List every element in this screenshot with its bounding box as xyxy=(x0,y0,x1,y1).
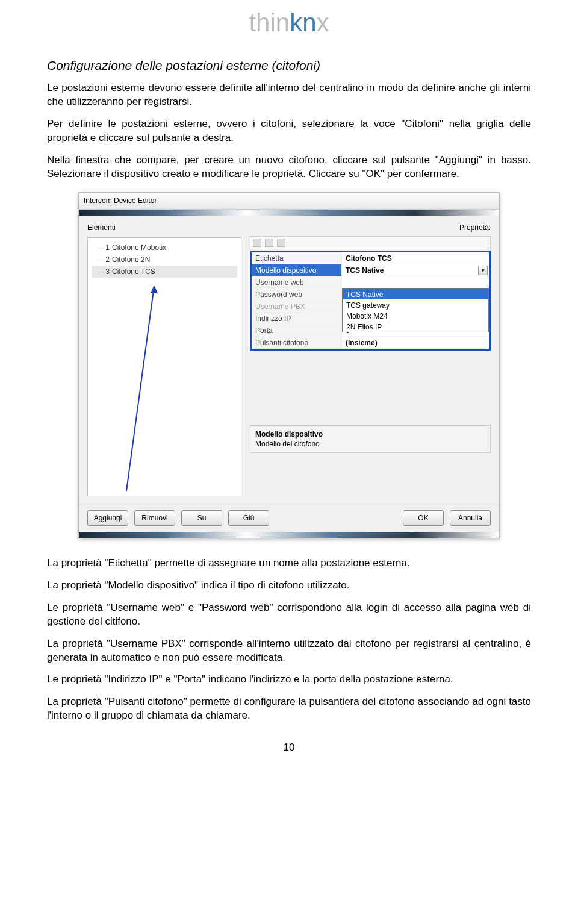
property-label: Pulsanti citofono xyxy=(252,337,342,349)
property-value-text: TCS Native xyxy=(346,266,384,275)
logo-part2: kn xyxy=(290,8,316,37)
paragraph: La proprietà "Modello dispositivo" indic… xyxy=(47,579,531,593)
dropdown-option[interactable]: TCS gateway xyxy=(343,299,488,310)
properties-toolbar xyxy=(250,236,491,249)
property-value[interactable]: (Insieme) xyxy=(342,337,489,349)
paragraph: Le proprietà "Indirizzo IP" e "Porta" in… xyxy=(47,673,531,687)
tree-item[interactable]: 2-Citofono 2N xyxy=(92,254,237,266)
dropdown-list[interactable]: TCS Native TCS gateway Mobotix M24 2N El… xyxy=(342,288,489,332)
property-value[interactable]: TCS Native ▾ xyxy=(342,264,489,276)
property-label: Modello dispositivo xyxy=(252,264,342,276)
property-row-selected[interactable]: Modello dispositivo TCS Native ▾ xyxy=(252,264,489,276)
description-title: Modello dispositivo xyxy=(255,429,485,439)
property-label-disabled: Username PBX xyxy=(252,301,342,313)
description-text: Modello del citofono xyxy=(255,439,485,449)
remove-button[interactable]: Rimuovi xyxy=(134,510,175,526)
sort-icon[interactable] xyxy=(265,239,273,247)
property-value[interactable]: Citofono TCS xyxy=(342,252,489,264)
paragraph: La proprietà "Pulsanti citofono" permett… xyxy=(47,695,531,723)
svg-line-0 xyxy=(126,286,154,491)
property-label: Indirizzo IP xyxy=(252,313,342,325)
elements-label: Elementi xyxy=(87,223,241,233)
decorative-bar xyxy=(79,210,499,216)
paragraph: Per definire le postazioni esterne, ovve… xyxy=(47,117,531,145)
property-label: Username web xyxy=(252,276,342,289)
move-up-button[interactable]: Su xyxy=(181,510,222,526)
paragraph: La proprietà "Username PBX" corrisponde … xyxy=(47,637,531,665)
move-down-button[interactable]: Giù xyxy=(228,510,269,526)
dropdown-option[interactable]: 2N Elios IP xyxy=(343,321,488,332)
paragraph: Le postazioni esterne devono essere defi… xyxy=(47,81,531,109)
dropdown-toggle-icon[interactable]: ▾ xyxy=(478,266,488,275)
page-number: 10 xyxy=(47,741,531,755)
paragraph: La proprietà "Etichetta" permette di ass… xyxy=(47,557,531,570)
section-title: Configurazione delle postazioni esterne … xyxy=(47,57,531,74)
property-label: Porta xyxy=(252,325,342,337)
property-row[interactable]: Username web xyxy=(252,276,489,289)
svg-marker-1 xyxy=(151,286,158,293)
dropdown-option-selected[interactable]: TCS Native xyxy=(343,289,488,299)
paragraph: Nella finestra che compare, per creare u… xyxy=(47,154,531,181)
property-value[interactable] xyxy=(342,276,489,289)
properties-label: Proprietà: xyxy=(250,223,491,233)
dialog-titlebar: Intercom Device Editor xyxy=(79,193,499,210)
property-row[interactable]: Pulsanti citofono (Insieme) xyxy=(252,337,489,349)
property-description: Modello dispositivo Modello del citofono xyxy=(250,425,491,453)
cancel-button[interactable]: Annulla xyxy=(450,510,491,526)
dropdown-option[interactable]: Mobotix M24 xyxy=(343,310,488,321)
brand-logo: thinknx xyxy=(47,6,531,40)
decorative-bar xyxy=(79,532,499,538)
paragraph: Le proprietà "Username web" e "Password … xyxy=(47,601,531,629)
logo-part3: x xyxy=(317,8,329,37)
tree-item-selected[interactable]: 3-Citofono TCS xyxy=(92,266,237,278)
property-row[interactable]: Etichetta Citofono TCS xyxy=(252,252,489,264)
dialog-title: Intercom Device Editor xyxy=(84,196,157,205)
annotation-arrow xyxy=(124,286,184,515)
page-icon[interactable] xyxy=(277,239,285,247)
ok-button[interactable]: OK xyxy=(403,510,444,526)
tree-item[interactable]: 1-Citofono Mobotix xyxy=(92,242,237,254)
logo-part1: thin xyxy=(249,8,290,37)
property-label: Password web xyxy=(252,289,342,301)
add-button[interactable]: Aggiungi xyxy=(87,510,128,526)
property-label: Etichetta xyxy=(252,252,342,264)
categorize-icon[interactable] xyxy=(253,239,261,247)
dialog-screenshot: Intercom Device Editor Elementi 1-Citofo… xyxy=(78,192,500,538)
elements-tree[interactable]: 1-Citofono Mobotix 2-Citofono 2N 3-Citof… xyxy=(87,237,241,496)
